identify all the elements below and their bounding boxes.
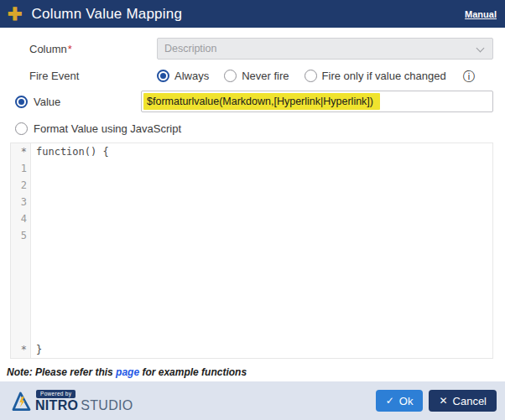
code-last-line: }: [31, 341, 492, 358]
gutter-line-number: 3: [11, 194, 30, 210]
powered-by-badge: Powered by: [36, 390, 75, 398]
radio-always[interactable]: Always: [157, 70, 209, 82]
brand-studio: STUDIO: [81, 398, 133, 412]
column-select: Description: [157, 38, 493, 60]
code-spacer: [31, 244, 492, 341]
fire-event-radio-group: Always Never fire Fire only if value cha…: [157, 70, 475, 82]
fire-event-label: Fire Event: [0, 70, 157, 82]
note-text: Note: Please refer this page for example…: [7, 366, 493, 378]
nitro-studio-logo: Powered by NITROSTUDIO: [10, 390, 133, 412]
brand-name: NITROSTUDIO: [35, 399, 133, 412]
column-select-value: Description: [164, 43, 217, 54]
radio-value-label[interactable]: Value: [34, 96, 60, 108]
dialog-footer: Powered by NITROSTUDIO ✓ Ok ✕ Cancel: [0, 381, 505, 420]
editor-gutter: * 1 2 3 4 5 *: [11, 143, 31, 358]
value-row: Value $formaturlvalue(Markdown,[Hyperlin…: [0, 91, 493, 112]
format-js-row: Format Value using JavaScript: [0, 122, 505, 135]
gutter-spacer: [11, 244, 30, 341]
close-icon: ✕: [439, 395, 447, 407]
radio-fire-only-changed[interactable]: Fire only if value changed: [305, 70, 446, 82]
note-prefix: Note: Please refer this: [7, 366, 116, 378]
gutter-line-number: 2: [11, 177, 30, 194]
column-row: Column* Description: [0, 38, 493, 60]
page-title: Column Value Mapping: [32, 6, 465, 23]
note-page-link[interactable]: page: [116, 366, 139, 378]
ok-button-label: Ok: [399, 395, 414, 407]
radio-never-fire-label[interactable]: Never fire: [242, 70, 289, 82]
code-line: [31, 194, 492, 210]
dialog-header: ✚ Column Value Mapping Manual: [0, 0, 505, 28]
gutter-first-marker: *: [11, 143, 30, 160]
value-input[interactable]: $formaturlvalue(Markdown,[Hyperlink|Hype…: [141, 91, 493, 112]
cancel-button[interactable]: ✕ Cancel: [429, 390, 497, 412]
radio-fire-only-changed-icon[interactable]: [305, 70, 317, 82]
gutter-line-number: 5: [11, 227, 30, 244]
info-icon[interactable]: ⓘ: [463, 70, 475, 82]
brand-nitro: NITRO: [35, 398, 78, 412]
note-suffix: for example functions: [139, 366, 247, 378]
radio-value-icon[interactable]: [15, 96, 28, 108]
radio-never-fire[interactable]: Never fire: [224, 70, 289, 82]
gutter-last-marker: *: [11, 341, 30, 358]
code-line: [31, 177, 492, 194]
fire-event-row: Fire Event Always Never fire Fire only i…: [0, 69, 493, 83]
radio-never-fire-icon[interactable]: [224, 70, 237, 82]
gutter-line-number: 1: [11, 160, 30, 177]
manual-link[interactable]: Manual: [465, 9, 497, 19]
radio-fire-only-changed-label[interactable]: Fire only if value changed: [322, 70, 446, 82]
code-line: [31, 210, 492, 227]
editor-content[interactable]: function() { }: [31, 143, 492, 358]
code-first-line: function() {: [31, 143, 492, 160]
value-highlighted-text: $formaturlvalue(Markdown,[Hyperlink|Hype…: [143, 93, 380, 110]
logo-text: Powered by NITROSTUDIO: [35, 390, 133, 412]
radio-format-js-icon[interactable]: [15, 122, 28, 135]
ok-button[interactable]: ✓ Ok: [376, 390, 424, 412]
code-line: [31, 160, 492, 177]
plus-icon: ✚: [8, 5, 23, 23]
cancel-button-label: Cancel: [453, 395, 487, 407]
column-label: Column*: [0, 43, 157, 55]
check-icon: ✓: [386, 395, 394, 407]
nitro-logo-icon: [10, 390, 33, 412]
chevron-down-icon: [476, 44, 485, 53]
code-line: [31, 227, 492, 244]
value-radio-wrap: Value: [0, 96, 141, 108]
js-code-editor[interactable]: * 1 2 3 4 5 * function() { }: [10, 143, 493, 359]
radio-format-js-label[interactable]: Format Value using JavaScript: [34, 122, 181, 135]
required-asterisk: *: [68, 43, 72, 55]
gutter-line-number: 4: [11, 210, 30, 227]
radio-always-icon[interactable]: [157, 70, 169, 82]
radio-always-label[interactable]: Always: [174, 70, 209, 82]
